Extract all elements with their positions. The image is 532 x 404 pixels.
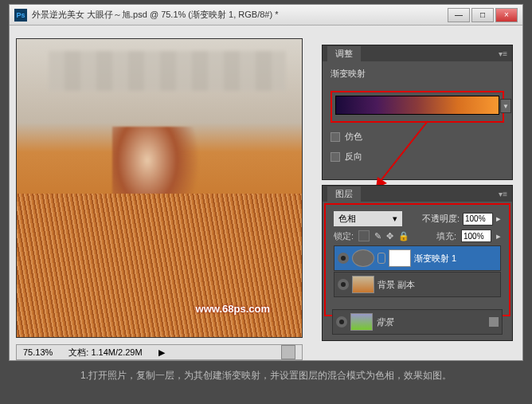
blend-mode-select[interactable]: 色相▾	[334, 211, 402, 226]
lock-all-icon[interactable]: 🔒	[398, 231, 409, 241]
scroll-corner	[281, 345, 295, 359]
fill-arrow-icon[interactable]: ▸	[496, 231, 501, 241]
photo-grass	[17, 194, 302, 337]
layer-background[interactable]: 背景	[332, 309, 503, 335]
lock-brush-icon[interactable]: ✎	[374, 231, 381, 241]
tab-adjustments[interactable]: 调整	[327, 46, 361, 61]
visibility-icon[interactable]	[338, 253, 349, 264]
status-bar: 75.13% 文档: 1.14M/2.29M ▶	[16, 344, 303, 360]
lock-row: 锁定: ✎ ✥ 🔒 填充: ▸	[334, 229, 501, 242]
watermark: www.68ps.com	[196, 303, 270, 315]
annotation-arrow	[368, 116, 440, 193]
link-icon[interactable]	[377, 253, 385, 264]
lock-label: 锁定:	[334, 230, 354, 242]
gradient-preview[interactable]: ▼	[335, 96, 499, 115]
reverse-label: 反向	[345, 151, 362, 163]
maximize-button[interactable]: □	[471, 8, 494, 22]
titlebar: Ps 外景逆光美女 大眼仔～旭.psd @ 75.1% (渐变映射 1, RGB…	[10, 5, 522, 25]
opacity-arrow-icon[interactable]: ▸	[496, 214, 501, 224]
background-lock-icon	[489, 317, 499, 327]
visibility-icon[interactable]	[338, 279, 349, 290]
close-button[interactable]: ×	[495, 8, 518, 22]
opacity-input[interactable]	[463, 213, 493, 226]
blend-mode-row: 色相▾ 不透明度: ▸	[334, 211, 501, 226]
fill-input[interactable]	[461, 229, 491, 242]
layer-gradient-map[interactable]: 渐变映射 1	[334, 245, 501, 271]
layer-background-copy[interactable]: 背景 副本	[334, 272, 501, 297]
lock-move-icon[interactable]: ✥	[386, 231, 393, 241]
canvas-area[interactable]: www.68ps.com	[16, 38, 303, 338]
window-controls: — □ ×	[448, 8, 518, 22]
dither-checkbox[interactable]	[331, 132, 340, 142]
instruction-text: 1.打开照片，复制一层，为其创建渐变映射，并设置图层的混合模式为色相，效果如图。	[0, 369, 532, 382]
panel-menu-icon[interactable]: ▾≡	[499, 49, 507, 58]
reverse-checkbox[interactable]	[331, 152, 340, 162]
layers-panel-header: 图层 ▾≡	[323, 186, 512, 202]
mask-thumb[interactable]	[389, 249, 411, 267]
lock-transparency-icon[interactable]	[358, 230, 370, 241]
adjustment-type-label: 渐变映射	[331, 68, 504, 80]
fill-label: 填充:	[436, 230, 456, 242]
photo-canvas: www.68ps.com	[17, 39, 302, 337]
layer-name[interactable]: 背景	[376, 316, 486, 328]
gradient-dropdown-icon[interactable]: ▼	[500, 99, 511, 113]
tab-layers[interactable]: 图层	[327, 186, 361, 202]
visibility-icon[interactable]	[336, 316, 347, 328]
adjustments-panel-header: 调整 ▾≡	[323, 45, 512, 61]
photo-buildings	[49, 51, 286, 91]
minimize-button[interactable]: —	[448, 8, 470, 22]
layer-thumb	[352, 276, 374, 293]
layers-menu-icon[interactable]: ▾≡	[499, 190, 507, 198]
chevron-down-icon: ▾	[393, 214, 397, 224]
svg-line-0	[380, 121, 428, 182]
adjustment-thumb-icon	[352, 249, 374, 267]
doc-size: 文档: 1.14M/2.29M	[68, 347, 142, 359]
opacity-label: 不透明度:	[422, 213, 460, 225]
status-arrow-icon[interactable]: ▶	[158, 347, 165, 358]
layers-panel: 图层 ▾≡ 色相▾ 不透明度: ▸ 锁定: ✎ ✥ 🔒	[322, 185, 513, 341]
layer-thumb	[350, 313, 373, 331]
layers-body: 色相▾ 不透明度: ▸ 锁定: ✎ ✥ 🔒 填充: ▸	[329, 208, 506, 301]
app-icon: Ps	[14, 9, 27, 22]
layer-name[interactable]: 渐变映射 1	[414, 253, 497, 265]
layers-bottom: 背景	[327, 306, 507, 339]
app-window: Ps 外景逆光美女 大眼仔～旭.psd @ 75.1% (渐变映射 1, RGB…	[9, 4, 523, 361]
dither-label: 仿色	[345, 131, 362, 143]
zoom-level[interactable]: 75.13%	[23, 347, 53, 357]
window-title: 外景逆光美女 大眼仔～旭.psd @ 75.1% (渐变映射 1, RGB/8#…	[32, 9, 448, 21]
layer-name[interactable]: 背景 副本	[377, 279, 497, 291]
